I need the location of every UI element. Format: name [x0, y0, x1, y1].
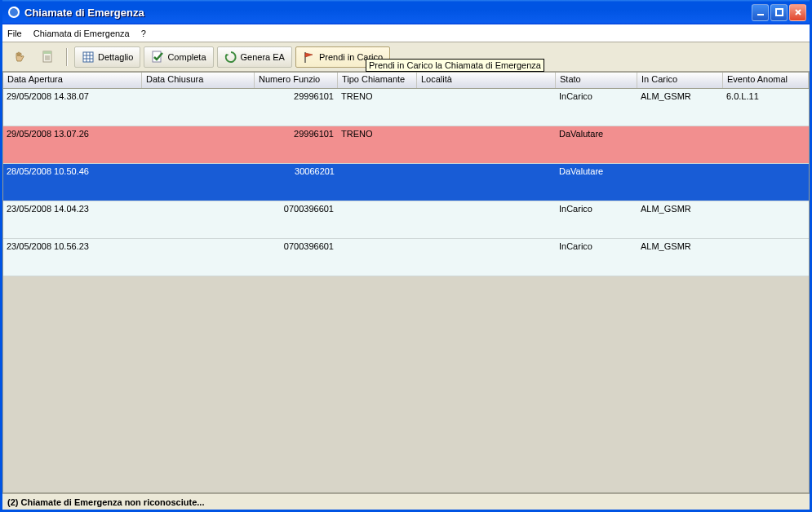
cell-c6	[637, 164, 723, 201]
statusbar: (2) Chiamate di Emergenza non riconosciu…	[2, 493, 810, 510]
hand-icon	[12, 50, 27, 64]
cell-c5: DaValutare	[556, 164, 637, 201]
cell-c2: 30066201	[255, 164, 338, 201]
cell-c7	[723, 164, 809, 201]
cell-c4	[417, 89, 556, 126]
cell-c1	[142, 239, 255, 276]
cell-c0: 23/05/2008 14.04.23	[3, 201, 142, 238]
table-row[interactable]: 23/05/2008 10.56.230700396601InCaricoALM…	[3, 239, 809, 276]
column-data-chiusura[interactable]: Data Chiusura	[142, 73, 255, 88]
table-row[interactable]: 28/05/2008 10.50.4630066201DaValutare	[3, 164, 809, 201]
svg-rect-9	[83, 52, 93, 62]
cell-c6: ALM_GSMR	[637, 239, 723, 276]
column-tipo-chiamante[interactable]: Tipo Chiamante	[338, 73, 417, 88]
table-row[interactable]: 29/05/2008 13.07.2629996101TRENODaValuta…	[3, 126, 809, 164]
menubar: File Chiamata di Emergenza ?	[2, 24, 810, 42]
toolbar-button-2[interactable]	[35, 46, 60, 68]
cell-c2: 29996101	[255, 89, 338, 126]
cell-c5: DaValutare	[556, 126, 637, 163]
menu-chiamata[interactable]: Chiamata di Emergenza	[33, 29, 130, 38]
cell-c2: 0700396601	[255, 201, 338, 238]
window-title: Chiamate di Emergenza	[24, 7, 752, 19]
column-stato[interactable]: Stato	[556, 73, 637, 88]
cell-c7	[723, 126, 809, 163]
cell-c1	[142, 89, 255, 126]
cell-c6	[637, 126, 723, 163]
app-icon	[7, 6, 20, 19]
svg-rect-3	[776, 9, 783, 15]
titlebar: Chiamate di Emergenza	[2, 0, 810, 24]
table-row[interactable]: 29/05/2008 14.38.0729996101TRENOInCarico…	[3, 89, 809, 126]
svg-rect-5	[43, 51, 51, 54]
cell-c7	[723, 239, 809, 276]
menu-file[interactable]: File	[7, 29, 22, 38]
cell-c7	[723, 201, 809, 238]
column-evento-anomal[interactable]: Evento Anomal	[723, 73, 809, 88]
cell-c2: 29996101	[255, 126, 338, 163]
cell-c4	[417, 239, 556, 276]
cell-c4	[417, 164, 556, 201]
column-localita[interactable]: Località	[417, 73, 556, 88]
cell-c4	[417, 201, 556, 238]
recycle-icon	[224, 51, 237, 64]
grid-icon	[82, 51, 95, 64]
cell-c3: TRENO	[338, 89, 417, 126]
cell-c1	[142, 201, 255, 238]
cell-c6: ALM_GSMR	[637, 201, 723, 238]
grid-header: Data Apertura Data Chiusura Numero Funzi…	[3, 73, 809, 89]
status-text: (2) Chiamate di Emergenza non riconosciu…	[7, 497, 204, 507]
cell-c0: 28/05/2008 10.50.46	[3, 164, 142, 201]
cell-c3: TRENO	[338, 126, 417, 163]
cell-c1	[142, 126, 255, 163]
check-document-icon	[151, 51, 164, 64]
cell-c5: InCarico	[556, 201, 637, 238]
cell-c1	[142, 164, 255, 201]
column-data-apertura[interactable]: Data Apertura	[3, 73, 142, 88]
dettaglio-label: Dettaglio	[98, 52, 133, 62]
cell-c0: 29/05/2008 13.07.26	[3, 126, 142, 163]
maximize-button[interactable]	[770, 4, 788, 21]
cell-c5: InCarico	[556, 239, 637, 276]
minimize-button[interactable]	[752, 4, 769, 21]
app-window: Chiamate di Emergenza File Chiamata di E…	[0, 0, 812, 512]
flag-icon	[303, 51, 316, 64]
cell-c0: 23/05/2008 10.56.23	[3, 239, 142, 276]
cell-c4	[417, 126, 556, 163]
document-icon	[40, 50, 55, 64]
toolbar-separator	[66, 48, 68, 66]
cell-c2: 0700396601	[255, 239, 338, 276]
content-area: Data Apertura Data Chiusura Numero Funzi…	[2, 72, 810, 493]
cell-c7: 6.0.L.11	[723, 89, 809, 126]
window-controls	[752, 4, 806, 21]
cell-c3	[338, 201, 417, 238]
cell-c3	[338, 239, 417, 276]
svg-rect-2	[757, 14, 764, 15]
column-in-carico[interactable]: In Carico	[637, 73, 723, 88]
cell-c5: InCarico	[556, 89, 637, 126]
completa-button[interactable]: Completa	[144, 46, 213, 68]
cell-c6: ALM_GSMR	[637, 89, 723, 126]
table-row[interactable]: 23/05/2008 14.04.230700396601InCaricoALM…	[3, 201, 809, 239]
genera-ea-button[interactable]: Genera EA	[217, 46, 292, 68]
cell-c3	[338, 164, 417, 201]
close-button[interactable]	[789, 4, 806, 21]
menu-help[interactable]: ?	[141, 29, 146, 38]
cell-c0: 29/05/2008 14.38.07	[3, 89, 142, 126]
completa-label: Completa	[167, 52, 206, 62]
tooltip: Prendi in Carico la Chiamata di Emergenz…	[366, 59, 544, 72]
grid-body[interactable]: 29/05/2008 14.38.0729996101TRENOInCarico…	[3, 89, 809, 492]
dettaglio-button[interactable]: Dettaglio	[74, 46, 140, 68]
column-numero-funzio[interactable]: Numero Funzio	[255, 73, 338, 88]
genera-ea-label: Genera EA	[241, 52, 285, 62]
toolbar-button-1[interactable]	[7, 46, 32, 68]
svg-point-1	[10, 8, 18, 16]
